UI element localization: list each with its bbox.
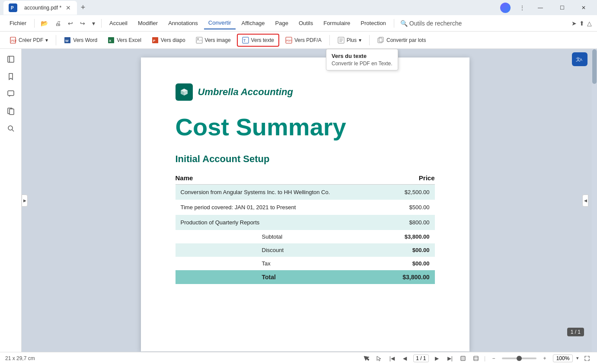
cursor-tool[interactable]: [361, 354, 371, 363]
menu-affichage[interactable]: Affichage: [237, 17, 269, 29]
app-icon: P: [9, 3, 17, 12]
tab-close-button[interactable]: ✕: [65, 4, 72, 11]
tax-row: Tax $00.00: [176, 257, 435, 270]
first-page-button[interactable]: |◀: [387, 354, 397, 363]
row2-price: $500.00: [386, 200, 435, 215]
redo-icon[interactable]: ↪: [77, 18, 88, 29]
row2-name: Time period covered: JAN 01, 2021 to Pre…: [176, 200, 386, 215]
vers-texte-tooltip: Vers du texte Convertir le PDF en Texte.: [326, 49, 398, 70]
menu-protection[interactable]: Protection: [356, 17, 390, 29]
zoom-input[interactable]: [553, 354, 573, 362]
subtotal-value: $3,800.00: [386, 230, 435, 243]
fit-width-button[interactable]: [471, 354, 481, 363]
total-value: $3,800.00: [386, 270, 435, 284]
vers-image-button[interactable]: Vers image: [192, 35, 235, 46]
vers-pdfa-button[interactable]: PDF/A Vers PDF/A: [281, 35, 326, 46]
next-page-button[interactable]: ▶: [432, 354, 442, 363]
expand-icon[interactable]: △: [587, 20, 592, 27]
row1-name: Conversion from Angular Systems Inc. to …: [176, 184, 386, 200]
zoom-slider[interactable]: [502, 358, 536, 359]
sidebar-comment-icon[interactable]: [4, 87, 18, 101]
send-icon[interactable]: ➤: [571, 20, 577, 27]
menu-page[interactable]: Page: [271, 17, 293, 29]
status-right: |◀ ◀ ▶ ▶| | − + ▾: [361, 354, 592, 363]
prev-page-button[interactable]: ◀: [400, 354, 410, 363]
menu-convertir[interactable]: Convertir: [204, 17, 236, 29]
scrollbar-thumb[interactable]: [592, 49, 597, 84]
sidebar-expand-arrow[interactable]: ▶: [22, 195, 28, 207]
creer-pdf-button[interactable]: PDF Créer PDF ▾: [5, 35, 52, 46]
table-header-row: Name Price: [176, 172, 435, 185]
active-tab[interactable]: P accounting.pdf * ✕: [3, 1, 77, 15]
translate-button[interactable]: 文 A: [572, 52, 587, 66]
convertir-lots-button[interactable]: Convertir par lots: [373, 35, 430, 46]
lots-icon: [377, 37, 384, 44]
new-tab-button[interactable]: +: [77, 2, 89, 14]
right-expand-arrow[interactable]: ◀: [582, 195, 588, 207]
outils-recherche[interactable]: 🔍 Outils de recherche: [398, 18, 464, 29]
open-icon[interactable]: 📂: [38, 18, 51, 29]
title-bar-right: ⋮: [500, 3, 527, 13]
select-tool[interactable]: [374, 354, 384, 363]
undo-icon[interactable]: ↩: [65, 18, 76, 29]
close-button[interactable]: ✕: [574, 0, 594, 15]
maximize-button[interactable]: ☐: [552, 0, 572, 15]
row1-price: $2,500.00: [386, 184, 435, 200]
right-scrollbar-area: [588, 49, 597, 352]
subtotal-label: Subtotal: [176, 230, 386, 243]
left-sidebar: [0, 49, 22, 352]
tab-area: P accounting.pdf * ✕ +: [3, 1, 500, 15]
title-bar: P accounting.pdf * ✕ + ⋮ — ☐ ✕: [0, 0, 597, 15]
table-row: Production of Quarterly Reports $800.00: [176, 215, 435, 230]
zoom-dropdown[interactable]: ▾: [576, 355, 579, 361]
sidebar-search-icon[interactable]: [4, 121, 18, 135]
fit-page-button[interactable]: [458, 354, 468, 363]
main-layout: ▶ Umbrella Accounting Cost Summary Initi…: [0, 49, 597, 352]
menu-annotations[interactable]: Annotations: [164, 17, 202, 29]
svg-text:A: A: [580, 57, 582, 62]
print-icon[interactable]: 🖨: [52, 18, 64, 29]
menu-fichier[interactable]: Fichier: [5, 17, 31, 29]
minimize-button[interactable]: —: [530, 0, 550, 15]
menu-accueil[interactable]: Accueil: [105, 17, 132, 29]
vers-texte-button[interactable]: T Vers texte: [237, 34, 279, 47]
plus-dropdown[interactable]: ▾: [359, 37, 361, 43]
pdf-logo-text: Umbrella Accounting: [198, 86, 293, 98]
magnifier-icon: 🔍: [400, 20, 408, 27]
pdf-logo-area: Umbrella Accounting: [176, 83, 435, 101]
upload-icon[interactable]: ⬆: [579, 20, 584, 27]
translate-icon: 文 A: [575, 55, 584, 63]
menu-formulaire[interactable]: Formulaire: [319, 17, 354, 29]
col-name-header: Name: [176, 172, 386, 185]
creer-pdf-dropdown[interactable]: ▾: [45, 37, 48, 43]
vers-excel-button[interactable]: X Vers Excel: [103, 35, 146, 46]
vers-diapo-button[interactable]: P Vers diapo: [147, 35, 190, 46]
zoom-in-button[interactable]: +: [540, 354, 549, 363]
window-controls: — ☐ ✕: [530, 0, 594, 15]
more-options-icon[interactable]: ⋮: [517, 3, 527, 13]
svg-text:PDF/A: PDF/A: [286, 39, 292, 42]
zoom-out-button[interactable]: −: [489, 354, 498, 363]
word-icon: W: [64, 37, 71, 44]
vers-word-button[interactable]: W Vers Word: [60, 35, 102, 46]
sidebar-pages-icon[interactable]: [4, 104, 18, 118]
right-menu-icons: ➤ ⬆ △: [571, 20, 592, 27]
pdf-title: Cost Summary: [176, 114, 435, 140]
last-page-button[interactable]: ▶|: [445, 354, 455, 363]
sidebar-panel-icon[interactable]: [4, 52, 18, 66]
image-icon: [196, 37, 203, 44]
menu-outils[interactable]: Outils: [294, 17, 317, 29]
dropdown-icon[interactable]: ▾: [89, 18, 98, 29]
menu-modifier[interactable]: Modifier: [134, 17, 162, 29]
plus-button[interactable]: Plus ▾: [333, 35, 366, 46]
status-divider1: |: [484, 355, 485, 361]
svg-text:X: X: [109, 39, 112, 43]
sidebar-bookmark-icon[interactable]: [4, 70, 18, 83]
scrollbar-track[interactable]: [592, 49, 597, 352]
discount-row: Discount $00.00: [176, 243, 435, 257]
zoom-slider-thumb[interactable]: [517, 356, 522, 361]
menu-divider: [34, 19, 35, 28]
full-screen-button[interactable]: [582, 354, 592, 363]
page-number-input[interactable]: [413, 354, 429, 362]
subtotal-row: Subtotal $3,800.00: [176, 230, 435, 243]
